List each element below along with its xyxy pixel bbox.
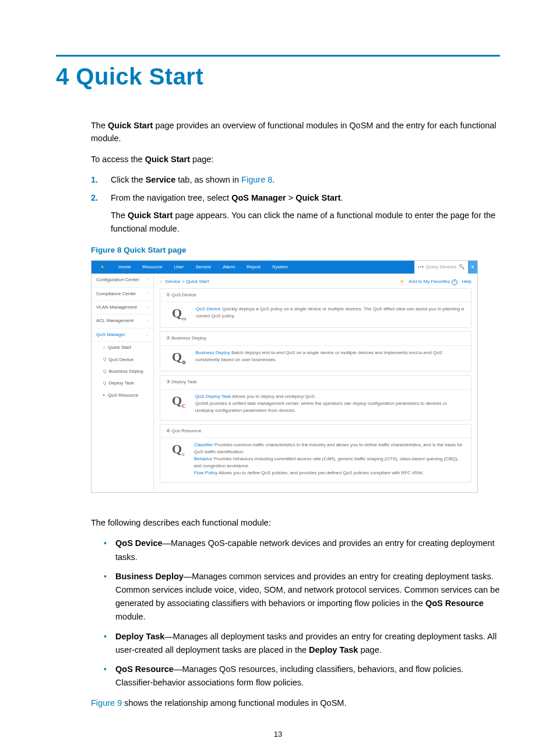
describe-list: QoS Device—Manages QoS-capable network d…	[91, 537, 500, 690]
q-icon: Q	[103, 380, 106, 387]
step-num: 2.	[91, 191, 101, 235]
t: tab, as shown in	[175, 175, 241, 184]
card-qos-device: ① QoS Device Q▭ QoS Device Quickly deplo…	[160, 288, 471, 328]
sidebar-sub-business-deploy[interactable]: QBusiness Deploy	[92, 366, 153, 377]
t: page:	[190, 155, 213, 164]
devices-icon: ▪▪▾	[418, 264, 424, 271]
search-bar[interactable]: ▪▪▾ Query Devices 🔍	[414, 261, 468, 274]
step-1: 1. Click the Service tab, as shown in Fi…	[91, 173, 500, 186]
t: Provides behaviors including committed a…	[194, 456, 459, 468]
t: Batch deploys end-to-end QoS on a single…	[195, 350, 442, 362]
sidebar-item-config-center[interactable]: Configuration Center›	[92, 274, 153, 287]
qos-device-link[interactable]: QoS Device	[196, 306, 221, 312]
deploy-task-link[interactable]: QoS Deploy Task	[195, 394, 231, 399]
t: Click the	[111, 175, 146, 184]
sep: >	[181, 279, 186, 284]
sidebar-sub-qos-device[interactable]: QQoS Device	[92, 354, 153, 366]
sidebar-sub-quick-start[interactable]: ⌂Quick Start	[92, 342, 153, 354]
t: To access the	[91, 155, 145, 164]
figure-9-link[interactable]: Figure 9	[91, 698, 122, 708]
crumb-service-link[interactable]: Service	[165, 279, 181, 284]
sidebar-item-qos-manager[interactable]: QoS Manager⌄	[92, 328, 153, 342]
t: Provides common traffic characteristics …	[194, 442, 463, 454]
home-icon[interactable]: ⌂	[160, 279, 163, 284]
access-text: To access the Quick Start page:	[91, 153, 500, 166]
ss-topbar: ★ Home Resource User Service Alarm Repor…	[92, 261, 477, 274]
t: The	[91, 121, 108, 130]
content: The Quick Start page provides an overvie…	[56, 119, 500, 710]
q-icon: Q	[103, 356, 106, 363]
tab-home[interactable]: Home	[112, 261, 136, 274]
figure-8-caption: Figure 8 Quick Start page	[91, 244, 500, 257]
sidebar-sub-deploy-task[interactable]: QDeploy Task	[92, 377, 153, 389]
card-head: ② Business Deploy	[160, 332, 471, 345]
page-number: 13	[0, 730, 556, 738]
search-icon[interactable]: 🔍	[459, 264, 464, 271]
desc-qos-resource: QoS Resource—Manages QoS resources, incl…	[104, 663, 500, 690]
step-num: 1.	[91, 173, 101, 186]
chevron-right-icon: ›	[147, 318, 149, 324]
intro-text: The Quick Start page provides an overvie…	[91, 119, 500, 145]
chevron-right-icon: ›	[147, 304, 149, 311]
step-2: 2. From the navigation tree, select QoS …	[91, 191, 500, 235]
search-dropdown-icon[interactable]: ¥	[468, 261, 477, 274]
t: QoS Manager	[231, 193, 286, 202]
ss-main: ⌂ Service > Quick Start ★Add to My Favor…	[154, 274, 477, 492]
figure-8-screenshot: ★ Home Resource User Service Alarm Repor…	[91, 260, 478, 493]
sidebar-item-acl[interactable]: ACL Management›	[92, 314, 153, 328]
search-placeholder: Query Devices	[426, 264, 456, 271]
breadcrumb: ⌂ Service > Quick Start ★Add to My Favor…	[160, 276, 471, 288]
star-icon: ★	[400, 279, 404, 284]
card-qos-resource: ④ Qos Resource Q≡ Classifier Provides co…	[160, 424, 471, 483]
business-deploy-icon: Q✿	[172, 349, 186, 365]
business-deploy-link[interactable]: Business Deploy	[195, 350, 230, 355]
favorites-star-icon[interactable]: ★	[92, 261, 112, 274]
t: Quick Start	[295, 193, 340, 202]
tab-system[interactable]: System	[266, 261, 294, 274]
figure-9-reference: Figure 9 shows the relationship among fu…	[91, 696, 500, 709]
steps-list: 1. Click the Service tab, as shown in Fi…	[91, 173, 500, 235]
help-icon: ?	[452, 279, 458, 285]
desc-qos-device: QoS Device—Manages QoS-capable network d…	[104, 537, 500, 564]
classifier-link[interactable]: Classifier	[194, 442, 213, 447]
desc-business-deploy: Business Deploy—Manages common services …	[104, 570, 500, 624]
figure-8-link[interactable]: Figure 8	[241, 175, 272, 184]
tab-user[interactable]: User	[168, 261, 190, 274]
crumb-current: Quick Start	[186, 279, 209, 284]
chevron-down-icon: ⌄	[145, 332, 149, 338]
card-head: ① QoS Device	[160, 289, 471, 302]
ss-sidebar: Configuration Center› Compliance Center›…	[92, 274, 154, 492]
tab-service[interactable]: Service	[189, 261, 217, 274]
qos-resource-icon: Q≡	[172, 442, 185, 457]
chevron-right-icon: ›	[147, 290, 149, 297]
t: Quick Start	[128, 211, 173, 220]
tab-resource[interactable]: Resource	[136, 261, 168, 274]
tab-report[interactable]: Report	[241, 261, 266, 274]
qos-device-icon: Q▭	[172, 306, 186, 321]
add-favorites-link[interactable]: Add to My Favorites	[409, 279, 450, 284]
t: QoSM provides a unified task management …	[195, 401, 447, 413]
t: .	[272, 175, 275, 184]
sidebar-item-vlan[interactable]: VLAN Management›	[92, 301, 153, 314]
card-business-deploy: ② Business Deploy Q✿ Business Deploy Bat…	[160, 331, 471, 372]
sidebar-sub-qos-resource[interactable]: ▸QoS Resource	[92, 390, 153, 401]
card-head: ③ Deploy Task	[160, 376, 471, 389]
t: The	[111, 211, 128, 220]
t: Quickly deploys a QoS policy on a single…	[196, 306, 464, 318]
flow-policy-link[interactable]: Flow Policy	[194, 470, 217, 475]
sidebar-item-compliance[interactable]: Compliance Center›	[92, 288, 153, 301]
tab-alarm[interactable]: Alarm	[217, 261, 241, 274]
chevron-right-icon: ▸	[103, 392, 105, 398]
describe-intro: The following describes each functional …	[91, 516, 500, 529]
card-head: ④ Qos Resource	[160, 425, 471, 438]
help-link[interactable]: Help	[462, 279, 471, 284]
deploy-task-icon: QC	[172, 393, 186, 409]
home-icon: ⌂	[103, 345, 105, 351]
card-deploy-task: ③ Deploy Task QC QoS Deploy Task Allows …	[160, 375, 471, 420]
t: >	[286, 193, 296, 202]
chevron-right-icon: ›	[147, 277, 149, 284]
desc-deploy-task: Deploy Task—Manages all deployment tasks…	[104, 630, 500, 657]
t: shows the relationship among functional …	[122, 698, 346, 708]
behavior-link[interactable]: Behavior	[194, 456, 213, 461]
t: Allows you to deploy and undeploy QoS.	[231, 394, 315, 399]
